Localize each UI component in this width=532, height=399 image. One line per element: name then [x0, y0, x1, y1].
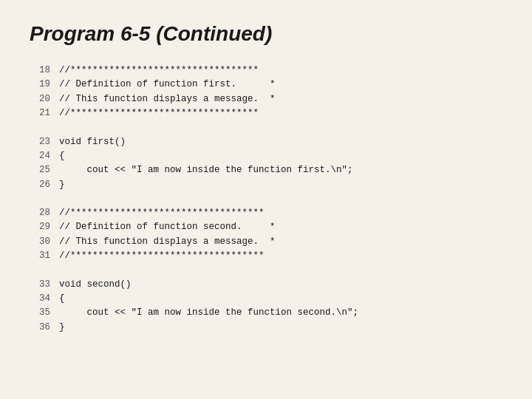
line-content: //**********************************	[59, 64, 259, 78]
line-content: cout << "I am now inside the function fi…	[59, 163, 353, 177]
line-content: {	[59, 292, 65, 306]
line-content: }	[59, 178, 65, 192]
code-line: 24{	[30, 149, 502, 163]
code-line: 28//***********************************	[30, 206, 502, 220]
code-line: 30// This function displays a message. *	[30, 235, 502, 249]
line-number: 29	[30, 220, 50, 234]
code-line: 21//**********************************	[30, 106, 502, 120]
code-block: 18//**********************************19…	[30, 64, 502, 335]
line-number: 25	[30, 163, 50, 177]
line-number: 35	[30, 306, 50, 320]
code-line: 19// Definition of function first. *	[30, 78, 502, 92]
slide-title: Program 6-5 (Continued)	[30, 22, 502, 46]
line-number: 36	[30, 321, 50, 335]
line-content: cout << "I am now inside the function se…	[59, 306, 358, 320]
code-line: 25 cout << "I am now inside the function…	[30, 163, 502, 177]
code-line: 23void first()	[30, 135, 502, 149]
line-content: void first()	[59, 135, 126, 149]
slide: Program 6-5 (Continued) 18//************…	[0, 0, 532, 399]
code-line: 20// This function displays a message. *	[30, 92, 502, 106]
code-line: 36}	[30, 321, 502, 335]
empty-line	[30, 264, 502, 278]
line-content: }	[59, 321, 65, 335]
code-line: 31//***********************************	[30, 249, 502, 263]
line-content: // Definition of function second. *	[59, 220, 276, 234]
code-line: 34{	[30, 292, 502, 306]
line-number: 21	[30, 106, 50, 120]
line-number: 28	[30, 206, 50, 220]
code-line: 29// Definition of function second. *	[30, 220, 502, 234]
line-content: //***********************************	[59, 206, 265, 220]
code-line: 26}	[30, 178, 502, 192]
line-number: 24	[30, 149, 50, 163]
line-number: 20	[30, 92, 50, 106]
line-number: 30	[30, 235, 50, 249]
line-content: {	[59, 149, 65, 163]
empty-line	[30, 121, 502, 135]
line-number: 23	[30, 135, 50, 149]
line-content: //***********************************	[59, 249, 265, 263]
line-number: 18	[30, 64, 50, 78]
line-number: 19	[30, 78, 50, 92]
code-line: 18//**********************************	[30, 64, 502, 78]
line-number: 33	[30, 278, 50, 292]
code-line: 33void second()	[30, 278, 502, 292]
line-content: void second()	[59, 278, 132, 292]
line-content: // This function displays a message. *	[59, 92, 276, 106]
line-number: 31	[30, 249, 50, 263]
line-number: 26	[30, 178, 50, 192]
line-content: // This function displays a message. *	[59, 235, 276, 249]
empty-line	[30, 192, 502, 206]
line-content: // Definition of function first. *	[59, 78, 276, 92]
line-content: //**********************************	[59, 106, 259, 120]
line-number: 34	[30, 292, 50, 306]
code-line: 35 cout << "I am now inside the function…	[30, 306, 502, 320]
